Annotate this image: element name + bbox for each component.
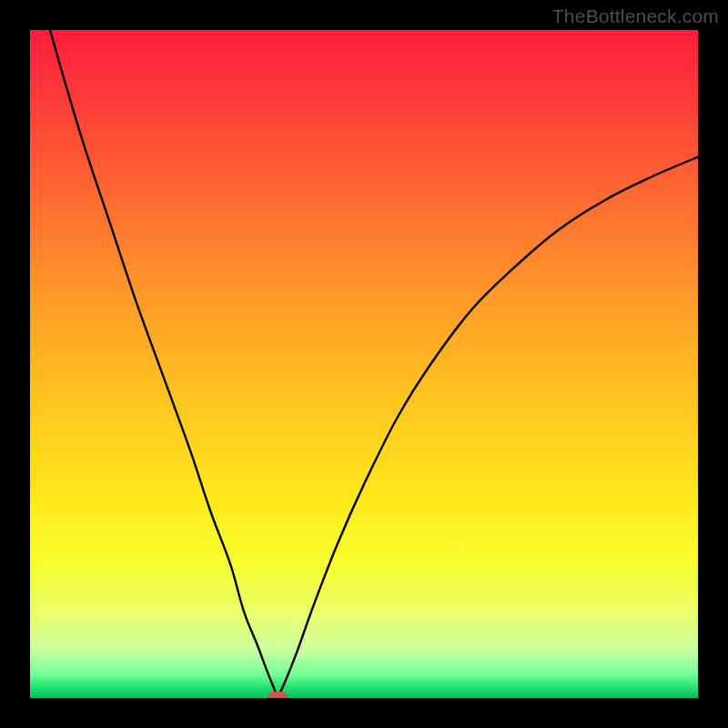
optimal-marker — [268, 692, 288, 699]
watermark-text: TheBottleneck.com — [552, 5, 719, 27]
chart-frame: TheBottleneck.com — [0, 0, 728, 728]
plot-area — [30, 30, 698, 698]
bottleneck-curve — [30, 30, 698, 698]
